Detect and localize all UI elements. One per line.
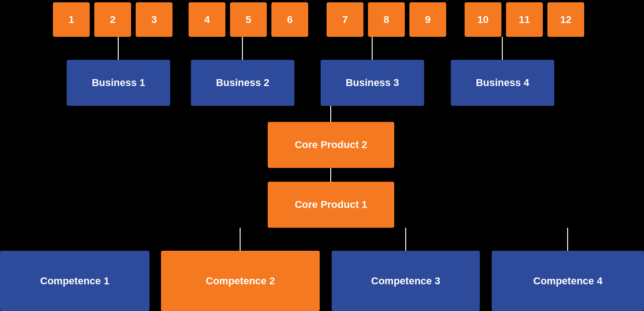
n7: 7 xyxy=(327,2,363,37)
cp1: Core Product 1 xyxy=(268,182,394,228)
n11: 11 xyxy=(506,2,543,37)
comp3: Competence 3 xyxy=(332,251,480,311)
cp2: Core Product 2 xyxy=(268,122,394,168)
n2: 2 xyxy=(94,2,131,37)
comp1: Competence 1 xyxy=(0,251,150,311)
diagram: 123456789101112Business 1Business 2Busin… xyxy=(0,0,644,311)
comp2: Competence 2 xyxy=(161,251,320,311)
n5: 5 xyxy=(230,2,267,37)
n4: 4 xyxy=(189,2,225,37)
comp4: Competence 4 xyxy=(492,251,644,311)
n1: 1 xyxy=(53,2,90,37)
b1: Business 1 xyxy=(67,60,170,106)
b3: Business 3 xyxy=(321,60,424,106)
b2: Business 2 xyxy=(191,60,294,106)
n12: 12 xyxy=(547,2,584,37)
n3: 3 xyxy=(136,2,172,37)
n9: 9 xyxy=(409,2,446,37)
n6: 6 xyxy=(271,2,308,37)
b4: Business 4 xyxy=(451,60,554,106)
n8: 8 xyxy=(368,2,405,37)
n10: 10 xyxy=(465,2,501,37)
